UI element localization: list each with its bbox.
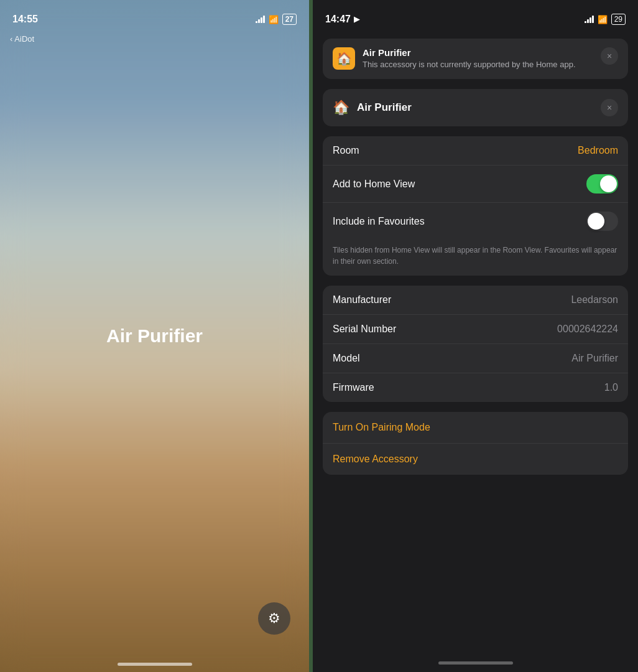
toggle-thumb	[600, 175, 617, 192]
close-icon: ×	[607, 103, 612, 113]
favourites-row: Include in Favourites	[323, 202, 628, 240]
close-icon: ×	[607, 51, 612, 61]
room-value: Bedroom	[578, 145, 618, 156]
details-card: Manufacturer Leedarson Serial Number 000…	[323, 286, 628, 402]
detail-row-serial: Serial Number 00002642224	[323, 314, 628, 343]
signal-bar-2	[587, 19, 589, 23]
back-label-text: AiDot	[14, 34, 34, 44]
signal-bar-1	[256, 21, 257, 23]
notification-banner: 🏠 Air Purifier This accessory is not cur…	[323, 39, 628, 79]
gear-icon: ⚙	[268, 610, 280, 627]
left-time: 14:55	[12, 14, 38, 25]
right-time: 14:47 ▶	[325, 14, 359, 25]
left-page-title: Air Purifier	[106, 325, 203, 347]
signal-bar-3	[261, 17, 262, 23]
signal-bar-2	[258, 19, 260, 23]
right-battery: 29	[611, 14, 626, 25]
manufacturer-label: Manufacturer	[333, 294, 391, 306]
notif-home-icon: 🏠	[333, 47, 355, 70]
remove-accessory-label: Remove Accessory	[333, 454, 418, 464]
accessory-close-button[interactable]: ×	[601, 99, 618, 116]
accessory-header-card: 🏠 Air Purifier ×	[323, 89, 628, 126]
firmware-value: 1.0	[604, 382, 618, 393]
favourites-label: Include in Favourites	[333, 216, 425, 227]
signal-bar-4	[263, 16, 265, 23]
left-status-icons: 📶 27	[256, 14, 297, 25]
detail-row-model: Model Air Purifier	[323, 343, 628, 373]
left-home-indicator	[118, 663, 192, 666]
detail-row-firmware: Firmware 1.0	[323, 373, 628, 402]
serial-value: 00002642224	[557, 324, 618, 335]
serial-label: Serial Number	[333, 324, 396, 335]
home-indicator-bar	[438, 661, 513, 665]
card-header: 🏠 Air Purifier ×	[323, 89, 628, 126]
favourites-toggle[interactable]	[586, 212, 618, 231]
notif-text: Air Purifier This accessory is not curre…	[363, 47, 593, 70]
home-view-toggle[interactable]	[586, 174, 618, 194]
settings-card: Room Bedroom Add to Home View Include in…	[323, 136, 628, 276]
notif-close-button[interactable]: ×	[601, 47, 618, 65]
right-panel: 14:47 ▶ 📶 29 🏠 Air Purifier This accesso…	[313, 0, 638, 672]
left-wifi-icon: 📶	[269, 15, 279, 24]
left-signal-icon	[256, 16, 265, 23]
card-header-left: 🏠 Air Purifier	[333, 100, 412, 116]
room-row[interactable]: Room Bedroom	[323, 136, 628, 165]
home-view-row: Add to Home View	[323, 165, 628, 202]
room-label: Room	[333, 145, 359, 156]
action-card: Turn On Pairing Mode Remove Accessory	[323, 412, 628, 475]
toggle-thumb	[588, 213, 604, 230]
back-button[interactable]: ‹ AiDot	[10, 34, 34, 44]
right-status-bar: 14:47 ▶ 📶 29	[313, 0, 638, 31]
right-content: 🏠 Air Purifier This accessory is not cur…	[313, 31, 638, 653]
left-panel: 14:55 📶 27 ‹ AiDot Air Purifier ⚙	[0, 0, 309, 672]
right-signal-icon	[585, 16, 594, 23]
accessory-home-icon: 🏠	[333, 100, 349, 116]
chevron-left-icon: ‹	[10, 34, 12, 44]
home-view-label: Add to Home View	[333, 179, 415, 190]
notif-title: Air Purifier	[363, 47, 593, 58]
settings-info-note: Tiles hidden from Home View will still a…	[323, 240, 628, 276]
model-value: Air Purifier	[571, 353, 618, 364]
notif-subtitle: This accessory is not currently supporte…	[363, 59, 593, 70]
signal-bar-3	[589, 17, 591, 23]
right-home-indicator	[313, 653, 638, 672]
accessory-title: Air Purifier	[357, 101, 412, 114]
pairing-mode-button[interactable]: Turn On Pairing Mode	[323, 412, 628, 443]
pairing-mode-label: Turn On Pairing Mode	[333, 422, 430, 432]
settings-button[interactable]: ⚙	[258, 602, 290, 635]
detail-row-manufacturer: Manufacturer Leedarson	[323, 286, 628, 314]
location-icon: ▶	[354, 15, 359, 24]
right-wifi-icon: 📶	[598, 15, 608, 24]
firmware-label: Firmware	[333, 382, 374, 393]
left-battery: 27	[282, 14, 297, 25]
manufacturer-value: Leedarson	[571, 294, 618, 306]
signal-bar-1	[585, 21, 586, 23]
model-label: Model	[333, 353, 360, 364]
signal-bar-4	[592, 16, 594, 23]
remove-accessory-button[interactable]: Remove Accessory	[323, 443, 628, 475]
right-status-icons: 📶 29	[585, 14, 626, 25]
left-status-bar: 14:55 📶 27	[0, 0, 309, 31]
